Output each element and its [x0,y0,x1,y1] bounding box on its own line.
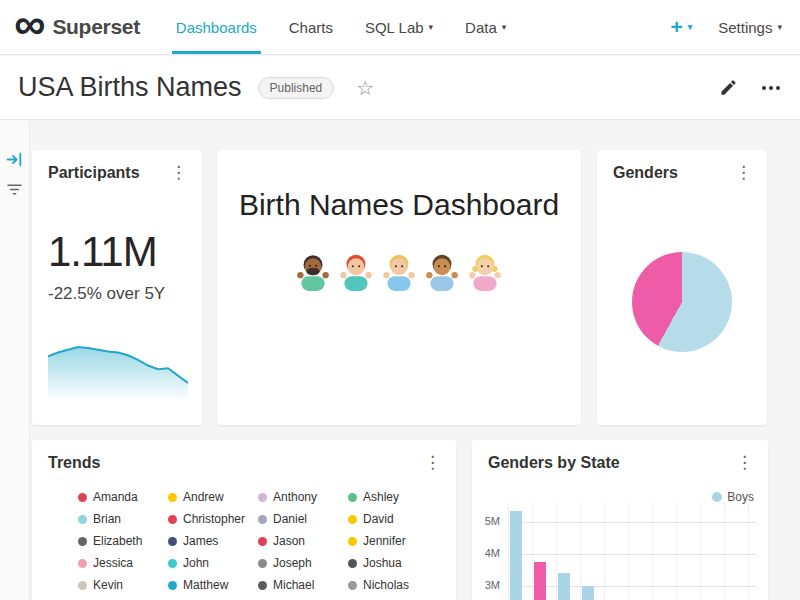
legend-item[interactable]: James [168,534,258,548]
markdown-card: Birth Names Dashboard [217,150,581,425]
legend-item[interactable]: Jennifer [348,534,438,548]
legend-item[interactable]: Elizabeth [78,534,168,548]
legend-item[interactable]: Jessica [78,556,168,570]
legend-dot [348,515,357,524]
legend-dot [168,493,177,502]
header-actions [719,78,780,97]
legend-name: Joseph [273,556,312,570]
legend-dot [348,493,357,502]
brand-name: Superset [52,15,139,39]
published-badge[interactable]: Published [258,77,335,99]
chevron-down-icon: ▾ [502,22,507,32]
edit-pencil-icon[interactable] [719,78,738,97]
legend-name: Andrew [183,490,224,504]
trends-legend: AmandaAndrewAnthonyAshleyBrianChristophe… [32,472,456,600]
navbar-right: + ▾ Settings ▾ [670,15,782,39]
legend-name: Ashley [363,490,399,504]
trends-card: Trends ⋮ AmandaAndrewAnthonyAshleyBrianC… [32,440,456,600]
filter-bar-collapsed [0,121,30,600]
participants-card: Participants ⋮ 1.11M -22.5% over 5Y [32,150,202,425]
legend-item[interactable]: Brian [78,512,168,526]
favorite-star-icon[interactable]: ☆ [356,76,374,100]
legend-item[interactable]: Andrew [168,490,258,504]
dashboard-header: USA Births Names Published ☆ [0,56,800,120]
card-title: Participants [48,164,140,182]
legend-dot [168,559,177,568]
superset-logo[interactable]: ∞ Superset [14,9,140,44]
nav-charts[interactable]: Charts [273,0,349,54]
bar-3[interactable] [582,586,594,600]
nav-data[interactable]: Data ▾ [449,0,522,54]
legend-dot [168,515,177,524]
legend-item[interactable]: Nicholas [348,578,438,592]
legend-item[interactable]: Kevin [78,578,168,592]
kebab-menu-icon[interactable]: ⋮ [419,454,446,471]
bar-2[interactable] [558,573,570,600]
nav-label: Dashboards [176,19,257,36]
markdown-heading: Birth Names Dashboard [227,188,571,222]
child-emoji-4 [424,252,460,292]
legend-item[interactable]: Daniel [258,512,348,526]
settings-menu[interactable]: Settings ▾ [718,19,782,36]
legend-dot [78,581,87,590]
big-number-subheader: -22.5% over 5Y [48,284,202,304]
bar-0[interactable] [510,511,522,600]
participants-sparkline [48,341,188,399]
kebab-menu-icon[interactable]: ⋮ [730,164,757,181]
page-title: USA Births Names [18,72,242,103]
top-navbar: ∞ Superset Dashboards Charts SQL Lab ▾ D… [0,0,800,55]
plus-icon: + [670,15,682,39]
child-emoji-5 [467,252,503,292]
filter-icon[interactable] [6,181,23,198]
bar-1[interactable] [534,562,546,600]
child-emoji-3 [381,252,417,292]
y-axis-tick: 3M [472,579,500,591]
legend-item[interactable]: Amanda [78,490,168,504]
legend-dot [78,515,87,524]
legend-item[interactable]: David [348,512,438,526]
expand-filter-bar-icon[interactable] [6,151,23,168]
legend-dot [168,581,177,590]
legend-item[interactable]: Anthony [258,490,348,504]
kebab-menu-icon[interactable]: ⋮ [731,454,758,471]
new-button[interactable]: + ▾ [670,15,692,39]
big-number: 1.11M [48,228,202,276]
child-emoji-1 [295,252,331,292]
legend-dot [258,493,267,502]
sparkline-area [48,347,188,399]
y-axis-tick: 5M [472,515,500,527]
legend-name: Jennifer [363,534,406,548]
legend-name: John [183,556,209,570]
legend-dot [78,493,87,502]
nav-dashboards[interactable]: Dashboards [160,0,273,54]
legend-name: Matthew [183,578,228,592]
legend-dot [258,515,267,524]
legend-item[interactable]: Matthew [168,578,258,592]
legend-name: Jessica [93,556,133,570]
nav-label: SQL Lab [365,19,424,36]
legend-item[interactable]: Michael [258,578,348,592]
gbs-legend-dot [712,492,722,502]
gridline [508,522,756,523]
nav-sql-lab[interactable]: SQL Lab ▾ [349,0,449,54]
legend-name: Elizabeth [93,534,142,548]
legend-name: Nicholas [363,578,409,592]
legend-item[interactable]: John [168,556,258,570]
legend-name: Amanda [93,490,138,504]
nav-label: Data [465,19,497,36]
children-emoji-row [217,252,581,292]
genders-pie-chart[interactable] [632,252,732,352]
legend-item[interactable]: Joseph [258,556,348,570]
legend-item[interactable]: Joshua [348,556,438,570]
legend-dot [348,537,357,546]
legend-dot [78,559,87,568]
legend-item[interactable]: Jason [258,534,348,548]
legend-name: Michael [273,578,314,592]
more-options-icon[interactable] [762,82,780,94]
card-title: Genders [613,164,678,182]
legend-item[interactable]: Christopher [168,512,258,526]
legend-item[interactable]: Ashley [348,490,438,504]
chevron-down-icon: ▾ [777,22,782,32]
legend-name: Brian [93,512,121,526]
kebab-menu-icon[interactable]: ⋮ [165,164,192,181]
